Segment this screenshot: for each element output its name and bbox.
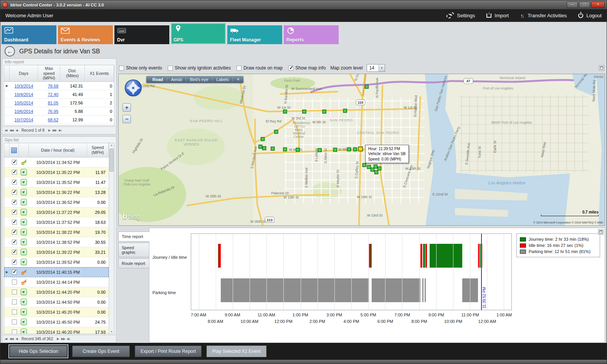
- row-checkbox[interactable]: [12, 240, 17, 245]
- gps-point-marker[interactable]: [371, 168, 374, 171]
- gps-point-marker[interactable]: [283, 148, 287, 151]
- checkbox-show-map-info[interactable]: Show map info: [288, 65, 326, 71]
- max-speed-link[interactable]: 78.68: [48, 84, 58, 88]
- date-link[interactable]: 10/6/2014: [15, 109, 33, 114]
- gps-list-pager-last-button[interactable]: ▶|: [67, 337, 69, 341]
- gps-list-row[interactable]: 10/3/2014 11:35:52 PM11.47: [4, 177, 109, 187]
- max-speed-link[interactable]: 81.05: [48, 101, 58, 105]
- segment-parking[interactable]: [422, 278, 423, 302]
- map-view-tab-road[interactable]: Road: [149, 77, 167, 82]
- date-link[interactable]: 10/3/2014: [15, 84, 33, 88]
- gps-point-marker[interactable]: [375, 170, 378, 174]
- row-checkbox[interactable]: [12, 210, 17, 215]
- gps-list-row[interactable]: 10/3/2014 11:39:22 PM33.21: [4, 247, 109, 257]
- nav-tile-dashboard[interactable]: Dashboard: [2, 25, 56, 44]
- info-report-pager-last-button[interactable]: ▶|: [59, 129, 61, 132]
- map-view-tab-labels[interactable]: Labels: [213, 77, 233, 82]
- gps-point-marker[interactable]: [275, 130, 278, 134]
- date-link[interactable]: 10/4/2014: [15, 92, 33, 97]
- checkbox-box[interactable]: [119, 66, 124, 71]
- create-gps-event-button[interactable]: Create Gps Event: [72, 346, 130, 357]
- gps-point-marker[interactable]: [259, 145, 262, 149]
- checkbox-show-only-ignition-activities[interactable]: Show only ignition activities: [168, 65, 231, 71]
- checkbox-box[interactable]: [288, 66, 293, 71]
- gps-list-pager-next-page-button[interactable]: ▶▶: [61, 337, 65, 341]
- chevron-down-icon[interactable]: ▼: [379, 65, 385, 71]
- gps-list-row[interactable]: 10/3/2014 11:45:50 PM24.75: [4, 317, 109, 327]
- gps-list-row[interactable]: 10/3/2014 11:34:52 PM: [4, 157, 109, 167]
- hide-gps-selection-button[interactable]: Hide Gps Selection: [10, 346, 67, 357]
- info-report-pager-prev-page-button[interactable]: ◀◀: [9, 129, 13, 132]
- gps-point-marker[interactable]: [323, 110, 326, 113]
- window-resize-edge[interactable]: [0, 360, 607, 364]
- map-zoom-in-button[interactable]: +: [122, 103, 131, 112]
- gps-point-marker[interactable]: [347, 148, 351, 151]
- scrollbar-thumb[interactable]: [109, 149, 114, 172]
- gps-point-marker[interactable]: [333, 148, 337, 152]
- segment-journey[interactable]: [480, 244, 481, 268]
- map-compass-control[interactable]: [124, 78, 143, 99]
- gps-list-row[interactable]: 10/3/2014 11:36:22 PM13.28: [4, 187, 109, 197]
- gps-point-marker[interactable]: [367, 165, 371, 169]
- row-checkbox[interactable]: [12, 270, 17, 275]
- gps-list-row[interactable]: 10/3/2014 11:37:22 PM29.05: [4, 207, 109, 217]
- checkbox-box[interactable]: [168, 66, 173, 71]
- gps-point-marker[interactable]: [283, 110, 287, 113]
- checkbox-box[interactable]: [237, 66, 241, 71]
- info-report-pager-next-page-button[interactable]: ▶▶: [53, 129, 56, 132]
- gps-list-scrollbar[interactable]: ▲ ▼: [109, 143, 114, 334]
- gps-list-row[interactable]: 10/3/2014 11:37:52 PM18.63: [4, 217, 109, 227]
- segment-idle[interactable]: [220, 244, 221, 268]
- gps-list-row[interactable]: 10/3/2014 11:39:52 PM0.00: [4, 257, 109, 267]
- gps-point-marker[interactable]: [261, 137, 265, 141]
- segment-idle[interactable]: [370, 244, 372, 268]
- checkbox-show-only-events[interactable]: Show only events: [119, 65, 162, 71]
- date-link[interactable]: 10/7/2014: [15, 117, 33, 122]
- gps-list-row[interactable]: ▶10/3/2014 11:40:15 PM: [4, 267, 109, 277]
- row-checkbox[interactable]: [12, 220, 17, 225]
- play-selected-x1-event-button[interactable]: Play Selected X1 Event: [207, 346, 266, 357]
- gps-list-pager-next-button[interactable]: ▶: [57, 337, 59, 341]
- map-zoom-out-button[interactable]: −: [122, 115, 131, 123]
- gps-point-marker[interactable]: [363, 163, 366, 167]
- info-report-row[interactable]: 10/4/201472.4041.491: [4, 90, 114, 99]
- tab-speed-graphic[interactable]: Speed graphic: [118, 243, 149, 257]
- import-button[interactable]: Import: [486, 13, 509, 18]
- gps-point-marker[interactable]: [343, 109, 347, 113]
- map-expand-button[interactable]: [599, 65, 604, 71]
- segment-idle[interactable]: [420, 244, 422, 268]
- gps-list-row[interactable]: 10/3/2014 11:35:22 PM11.97: [4, 167, 109, 177]
- info-report-pager-first-button[interactable]: |◀: [5, 129, 7, 132]
- map-canvas[interactable]: 11047213 Peck ParkW Summerland AveCrest …: [119, 74, 605, 225]
- row-checkbox[interactable]: [12, 180, 17, 185]
- row-checkbox[interactable]: [12, 280, 17, 285]
- gps-point-marker[interactable]: [271, 147, 275, 151]
- row-checkbox[interactable]: [12, 160, 17, 165]
- row-checkbox[interactable]: [12, 290, 17, 295]
- scroll-down-icon[interactable]: ▼: [111, 331, 113, 333]
- select-all-checkbox[interactable]: [11, 147, 17, 153]
- info-report-row[interactable]: 10/5/201481.05172.562: [4, 99, 114, 107]
- tab-route-report[interactable]: Route report: [118, 258, 149, 268]
- gps-point-marker[interactable]: [303, 110, 306, 113]
- gps-list-pager-first-button[interactable]: |◀: [5, 337, 7, 341]
- gps-list-row[interactable]: 10/3/2014 11:44:50 PM0.00: [4, 297, 109, 307]
- row-checkbox[interactable]: [12, 319, 17, 324]
- export-print-route-report-button[interactable]: Export / Print Route Report: [135, 346, 202, 357]
- gps-point-marker[interactable]: [296, 148, 299, 152]
- max-speed-link[interactable]: 72.40: [48, 92, 58, 97]
- close-button[interactable]: ×: [591, 2, 605, 8]
- gps-point-marker[interactable]: [378, 167, 381, 170]
- scroll-up-icon[interactable]: ▲: [111, 144, 113, 146]
- transfer-activities-button[interactable]: ↑↓ Transfer Activities: [520, 13, 567, 19]
- gps-list-pager-prev-page-button[interactable]: ◀◀: [9, 337, 13, 341]
- gps-point-marker[interactable]: [353, 148, 357, 151]
- nav-tile-fleet-manager[interactable]: Fleet Manager: [227, 25, 282, 44]
- gps-point-marker[interactable]: [365, 85, 369, 88]
- gps-list-pager-prev-button[interactable]: ◀: [16, 337, 18, 341]
- row-checkbox[interactable]: [12, 250, 17, 255]
- logout-button[interactable]: Logout: [578, 13, 602, 18]
- map-view-tab-aerial[interactable]: Aerial: [167, 77, 186, 82]
- segment-idle[interactable]: [425, 244, 427, 268]
- gps-list-row[interactable]: 10/3/2014 11:38:22 PM19.70: [4, 227, 109, 237]
